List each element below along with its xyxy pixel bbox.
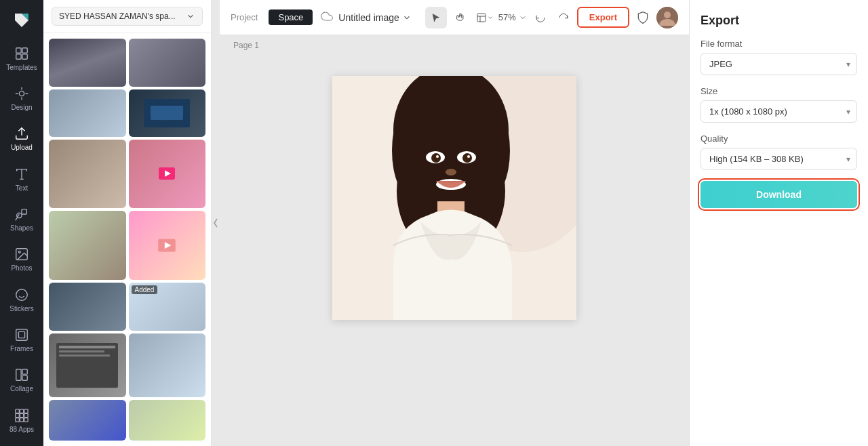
svg-rect-31	[477, 14, 486, 22]
layout-icon	[476, 12, 487, 23]
image-thumbnail	[129, 333, 206, 398]
sidebar-label-shapes: Shapes	[10, 224, 33, 232]
svg-point-35	[664, 12, 671, 18]
sidebar-label-collage: Collage	[10, 385, 33, 392]
sidebar-item-frames[interactable]: Frames	[0, 320, 43, 360]
svg-rect-13	[16, 329, 28, 341]
file-format-select-wrapper[interactable]: JPEG PNG PDF SVG GIF ▾	[701, 53, 857, 75]
sidebar-label-photos: Photos	[11, 264, 32, 272]
sidebar-item-text[interactable]: Text	[0, 159, 43, 199]
pan-tool-button[interactable]	[450, 7, 471, 28]
canvas-workspace[interactable]: Page 1	[220, 35, 689, 446]
svg-rect-20	[24, 409, 28, 413]
sidebar-item-apps[interactable]: 88 Apps	[0, 401, 43, 441]
image-thumbnail	[49, 39, 126, 87]
list-item[interactable]	[129, 400, 206, 441]
layout-tool-button[interactable]	[474, 7, 496, 28]
sidebar-item-photos[interactable]: Photos	[0, 239, 43, 279]
panel-sidebar: SYED HASSAN ZAMAN's spa... YouTube Video…	[43, 0, 212, 446]
svg-rect-14	[18, 332, 24, 338]
svg-rect-15	[16, 369, 21, 381]
image-grid: YouTube Videos Idea... Viral Content Ide…	[43, 33, 211, 446]
sidebar-label-upload: Upload	[11, 144, 33, 151]
image-thumbnail	[49, 400, 126, 441]
file-format-group: File format JPEG PNG PDF SVG GIF ▾	[701, 39, 857, 75]
list-item[interactable]: YouTube(8).jpg	[49, 283, 126, 331]
space-name: SYED HASSAN ZAMAN's spa...	[59, 12, 182, 21]
sidebar-item-shapes[interactable]: Shapes	[0, 199, 43, 239]
quality-select[interactable]: Low Medium High (154 KB – 308 KB)	[701, 148, 857, 170]
undo-button[interactable]	[530, 7, 551, 28]
added-badge: Added	[132, 285, 158, 294]
list-item[interactable]: TikTok(5).jpg	[49, 89, 126, 138]
svg-rect-22	[20, 413, 24, 418]
collapse-handle[interactable]	[212, 0, 220, 446]
image-thumbnail	[129, 400, 206, 441]
image-thumbnail	[129, 140, 206, 208]
list-item[interactable]: YouTube Videos Idea...	[49, 39, 126, 87]
main-area: Project Space Untitled image	[220, 0, 689, 446]
svg-rect-26	[24, 418, 28, 422]
logo[interactable]	[0, 5, 43, 36]
svg-point-10	[16, 289, 28, 301]
list-item[interactable]: YouTube(9).jpg	[49, 211, 126, 281]
canvas-page[interactable]	[332, 76, 576, 320]
svg-point-50	[462, 153, 472, 163]
image-thumbnail	[49, 211, 126, 281]
shield-button[interactable]	[632, 7, 654, 28]
list-item[interactable]: We Buy Your Miami ...	[129, 140, 206, 208]
redo-icon	[558, 12, 569, 23]
tab-space[interactable]: Space	[269, 9, 313, 25]
download-button[interactable]: Download	[701, 181, 857, 208]
list-item[interactable]: YouTube(2).jpg	[129, 211, 206, 281]
svg-rect-24	[16, 418, 20, 422]
file-title[interactable]: Untitled image	[338, 12, 412, 23]
sidebar-item-upload[interactable]: Upload	[0, 119, 43, 159]
chevron-down-zoom-icon	[519, 14, 527, 22]
top-bar: Project Space Untitled image	[220, 0, 689, 35]
redo-button[interactable]	[553, 7, 574, 28]
svg-point-52	[467, 155, 470, 158]
sidebar-label-frames: Frames	[10, 345, 33, 352]
size-group: Size 1x (1080 x 1080 px) 2x (2160 x 2160…	[701, 86, 857, 123]
export-button[interactable]: Export	[577, 7, 629, 28]
image-thumbnail	[129, 211, 206, 281]
sidebar-item-collage[interactable]: Collage	[0, 360, 43, 400]
svg-rect-25	[20, 418, 24, 422]
zoom-control[interactable]: 57%	[498, 12, 527, 22]
shield-icon	[636, 11, 650, 24]
file-format-label: File format	[701, 39, 857, 49]
sidebar-label-stickers: Stickers	[9, 305, 34, 312]
list-item[interactable]: YouTube(3).jpg	[49, 140, 126, 208]
chevron-down-small-icon	[487, 14, 494, 21]
svg-point-49	[431, 153, 441, 163]
list-item[interactable]: Viral Content Ideas(7...	[129, 39, 206, 87]
space-selector[interactable]: SYED HASSAN ZAMAN's spa...	[52, 7, 203, 26]
file-info: Untitled image	[321, 10, 412, 25]
tab-project[interactable]: Project	[231, 9, 258, 25]
file-format-select[interactable]: JPEG PNG PDF SVG GIF	[701, 53, 857, 75]
sidebar-item-design[interactable]: Design	[0, 79, 43, 119]
undo-icon	[535, 12, 546, 23]
size-select[interactable]: 1x (1080 x 1080 px) 2x (2160 x 2160 px)	[701, 100, 857, 123]
sidebar-item-templates[interactable]: Templates	[0, 39, 43, 79]
list-item[interactable]: Wooting Two HE(4).j...	[129, 89, 206, 138]
sidebar-item-stickers[interactable]: Stickers	[0, 280, 43, 320]
panel-header: SYED HASSAN ZAMAN's spa...	[43, 0, 211, 33]
svg-rect-21	[16, 413, 20, 418]
sidebar-label-design: Design	[11, 104, 32, 111]
size-select-wrapper[interactable]: 1x (1080 x 1080 px) 2x (2160 x 2160 px) …	[701, 100, 857, 123]
list-item[interactable]: Added Bamboo Salt(2).jpg	[129, 283, 206, 331]
avatar[interactable]	[656, 7, 678, 28]
list-item[interactable]	[49, 400, 126, 441]
select-tool-button[interactable]	[425, 7, 447, 28]
svg-rect-1	[22, 47, 27, 52]
tab-bar: Project Space	[231, 9, 313, 25]
page-label: Page 1	[233, 41, 259, 50]
quality-select-wrapper[interactable]: Low Medium High (154 KB – 308 KB) ▾	[701, 148, 857, 170]
list-item[interactable]: Threads, an instagra...	[49, 333, 126, 398]
size-label: Size	[701, 86, 857, 96]
list-item[interactable]: YouTube(11).jpg	[129, 333, 206, 398]
svg-rect-18	[16, 409, 20, 413]
export-title: Export	[701, 14, 857, 28]
